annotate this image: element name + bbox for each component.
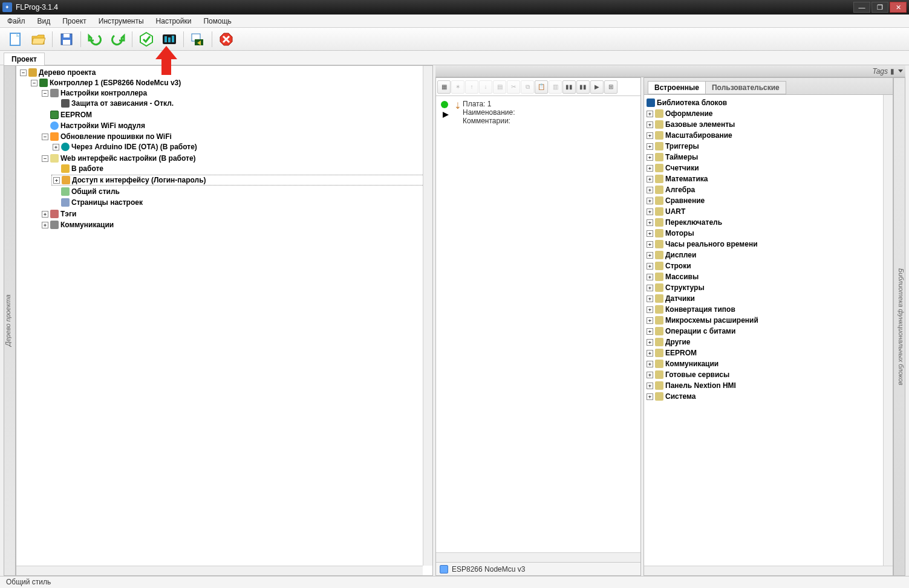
lib-item[interactable]: +Конвертация типов — [645, 305, 891, 314]
expand-icon[interactable]: + — [647, 306, 653, 313]
lib-item[interactable]: +Масштабирование — [645, 131, 891, 140]
expand-icon[interactable]: + — [647, 219, 653, 226]
expand-icon[interactable]: + — [647, 208, 653, 215]
menu-settings[interactable]: Настройки — [152, 16, 195, 27]
tree-wifi-update[interactable]: −Обновление прошивки по WiFi — [41, 132, 430, 141]
stop-button[interactable] — [216, 30, 236, 49]
board-btn-1[interactable]: ▦ — [437, 80, 451, 94]
expand-icon[interactable]: + — [647, 285, 653, 291]
expand-icon[interactable]: + — [647, 241, 653, 248]
menu-view[interactable]: Вид — [34, 16, 54, 27]
lib-item[interactable]: +Система — [645, 392, 891, 401]
collapse-icon[interactable]: − — [42, 90, 48, 97]
expand-icon[interactable]: + — [647, 165, 653, 172]
lib-item[interactable]: +Триггеры — [645, 141, 891, 151]
expand-icon[interactable]: + — [647, 230, 653, 237]
tab-user[interactable]: Пользовательские — [705, 81, 786, 94]
lib-item[interactable]: +Операции с битами — [645, 326, 891, 336]
tree-access[interactable]: +Доступ к интерфейсу (Логин-пароль) — [51, 175, 430, 186]
collapse-icon[interactable]: − — [42, 155, 48, 162]
expand-icon[interactable]: + — [647, 372, 653, 378]
dropdown-icon[interactable] — [898, 69, 903, 73]
expand-icon[interactable]: + — [647, 296, 653, 302]
board-paste-button[interactable]: 📋 — [535, 80, 548, 94]
lib-item[interactable]: +Панель Nextion HMI — [645, 381, 891, 390]
board-btn-11[interactable]: ▮▮ — [576, 80, 590, 94]
expand-icon[interactable]: + — [647, 328, 653, 335]
open-button[interactable] — [28, 30, 48, 49]
menu-file[interactable]: Файл — [4, 16, 29, 27]
tree-tags[interactable]: +Тэги — [41, 209, 430, 219]
lib-item[interactable]: +Строки — [645, 261, 891, 271]
tab-project[interactable]: Проект — [4, 53, 45, 65]
lib-item[interactable]: +Математика — [645, 174, 891, 184]
expand-icon[interactable]: + — [647, 154, 653, 161]
expand-icon[interactable]: + — [42, 211, 48, 218]
horizontal-scrollbar[interactable] — [436, 552, 640, 562]
lib-root[interactable]: Библиотека блоков — [645, 98, 891, 108]
save-button[interactable] — [56, 30, 77, 49]
new-button[interactable] — [5, 30, 25, 49]
lib-item[interactable]: +Часы реального времени — [645, 239, 891, 249]
vertical-scrollbar[interactable] — [883, 95, 893, 566]
lib-item[interactable]: +Микросхемы расширений — [645, 315, 891, 325]
board-btn-13[interactable]: ⊞ — [604, 80, 617, 94]
lib-item[interactable]: +Счетчики — [645, 163, 891, 173]
expand-icon[interactable]: + — [53, 177, 60, 184]
expand-icon[interactable]: + — [647, 198, 653, 204]
expand-icon[interactable]: + — [647, 350, 653, 357]
verify-button[interactable] — [136, 30, 157, 49]
lib-item[interactable]: +Таймеры — [645, 152, 891, 162]
close-button[interactable]: ✕ — [890, 2, 907, 13]
expand-icon[interactable]: + — [647, 263, 653, 270]
horizontal-scrollbar[interactable] — [644, 566, 893, 575]
left-side-collapsed-tab[interactable]: Дерево проекта — [4, 65, 16, 576]
collapse-icon[interactable]: − — [31, 80, 37, 86]
upload-button[interactable] — [187, 30, 208, 49]
tree-hang-protect[interactable]: Защита от зависания - Откл. — [51, 99, 430, 108]
lib-item[interactable]: +Переключатель — [645, 218, 891, 227]
minimize-button[interactable]: — — [853, 2, 870, 13]
menu-project[interactable]: Проект — [59, 16, 90, 27]
collapse-icon[interactable]: − — [42, 134, 48, 140]
tree-controller[interactable]: − Контроллер 1 (ESP8266 NodeMcu v3) — [30, 78, 430, 88]
collapse-icon[interactable]: − — [20, 69, 27, 76]
tree-comm[interactable]: +Коммуникации — [41, 220, 430, 230]
lib-item[interactable]: +Базовые элементы — [645, 120, 891, 129]
tree-eeprom[interactable]: EEPROM — [41, 110, 430, 120]
menu-tools[interactable]: Инструменты — [95, 16, 148, 27]
lib-item[interactable]: +Структуры — [645, 283, 891, 292]
lib-item[interactable]: +EEPROM — [645, 348, 891, 358]
horizontal-scrollbar[interactable] — [16, 566, 423, 575]
expand-icon[interactable]: + — [647, 132, 653, 139]
expand-icon[interactable]: + — [647, 361, 653, 367]
expand-icon[interactable]: + — [647, 383, 653, 389]
tree-wifi[interactable]: Настройки WiFi модуля — [41, 121, 430, 131]
expand-icon[interactable]: + — [647, 317, 653, 324]
expand-icon[interactable]: + — [647, 111, 653, 117]
tree-root[interactable]: − Дерево проекта — [19, 68, 430, 77]
expand-icon[interactable]: + — [647, 121, 653, 128]
compile-upload-button[interactable] — [159, 30, 180, 49]
board-btn-10[interactable]: ▮▮ — [562, 80, 576, 94]
lib-item[interactable]: +Другие — [645, 337, 891, 347]
lib-item[interactable]: +UART — [645, 207, 891, 216]
expand-icon[interactable]: + — [647, 176, 653, 183]
expand-icon[interactable]: + — [53, 144, 59, 150]
board-btn-12[interactable]: ▶ — [590, 80, 604, 94]
expand-icon[interactable]: + — [647, 393, 653, 400]
tree-common-style[interactable]: Общий стиль — [51, 187, 430, 196]
expand-icon[interactable]: + — [42, 222, 48, 228]
expand-icon[interactable]: + — [647, 143, 653, 150]
menu-help[interactable]: Помощь — [200, 16, 235, 27]
tree-ctrl-settings[interactable]: − Настройки контроллера — [41, 88, 430, 98]
lib-item[interactable]: +Датчики — [645, 294, 891, 303]
tab-builtin[interactable]: Встроенные — [648, 81, 706, 94]
tree-in-work[interactable]: В работе — [51, 164, 430, 173]
lib-item[interactable]: +Моторы — [645, 228, 891, 238]
tree-settings-pages[interactable]: Страницы настроек — [51, 198, 430, 207]
expand-icon[interactable]: + — [647, 339, 653, 346]
undo-button[interactable] — [85, 30, 105, 49]
vertical-scrollbar[interactable] — [423, 66, 432, 566]
tree-ota[interactable]: +Через Arduino IDE (OTA) (В работе) — [51, 142, 430, 152]
